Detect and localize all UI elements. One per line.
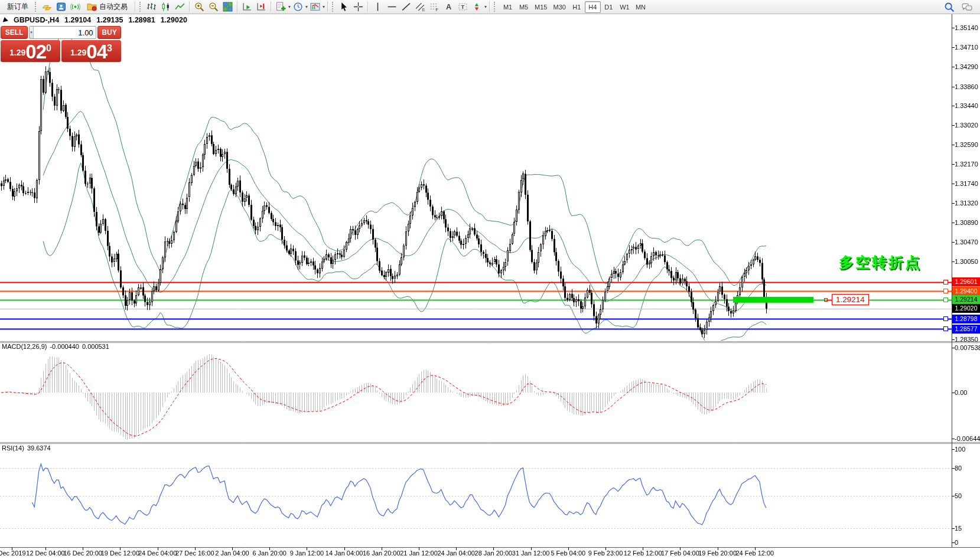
timeframe-M30[interactable]: M30 bbox=[550, 1, 568, 13]
cursor-arrow-icon bbox=[3, 17, 9, 23]
time-axis-label: 16 Dec 20:00 bbox=[63, 550, 102, 557]
new-chart-dropdown[interactable]: ▾ bbox=[274, 1, 291, 13]
toolbar-separator bbox=[189, 1, 190, 12]
gold-bars-icon[interactable] bbox=[40, 1, 54, 13]
search-icon[interactable] bbox=[942, 1, 956, 13]
price-axis-tick: 1.33020 bbox=[955, 122, 978, 129]
horizontal-line-icon[interactable] bbox=[385, 1, 399, 13]
macd-axis-tick: -0.006446 bbox=[955, 435, 980, 442]
navigator-icon[interactable] bbox=[54, 1, 68, 13]
buy-price-display[interactable]: 1.29043 bbox=[61, 40, 121, 62]
volume-input[interactable] bbox=[34, 27, 96, 38]
crosshair-icon[interactable] bbox=[351, 1, 365, 13]
timeframe-H4[interactable]: H4 bbox=[585, 1, 601, 13]
sell-price-big: 02 bbox=[25, 42, 46, 61]
price-callout-label: 1.29214 bbox=[832, 294, 869, 305]
time-axis-label: 27 Dec 16:00 bbox=[175, 550, 214, 557]
sell-button[interactable]: SELL bbox=[1, 26, 28, 39]
tile-windows-icon[interactable] bbox=[220, 1, 235, 13]
price-axis-tick: 1.33440 bbox=[955, 102, 978, 109]
time-axis-label: 19 Dec 12:00 bbox=[101, 550, 139, 557]
price-axis-tick: 1.30470 bbox=[955, 238, 978, 246]
chat-icon[interactable] bbox=[960, 1, 974, 13]
price-axis-tick: 1.30050 bbox=[955, 258, 978, 265]
fibonacci-retracement-icon[interactable]: F bbox=[427, 1, 441, 13]
price-line-badge: 1.28798 bbox=[952, 315, 980, 323]
chart-canvas[interactable] bbox=[0, 14, 980, 559]
timeframe-D1[interactable]: D1 bbox=[601, 1, 617, 13]
svg-text:E: E bbox=[422, 8, 425, 12]
timeframe-W1[interactable]: W1 bbox=[617, 1, 633, 13]
rsi-axis-tick: 50 bbox=[955, 492, 962, 499]
time-axis-label: 31 Jan 12:00 bbox=[512, 550, 550, 557]
volume-decrease-button[interactable]: ▼ bbox=[30, 27, 34, 38]
buy-button[interactable]: BUY bbox=[97, 26, 121, 39]
price-axis-tick: 1.33860 bbox=[955, 83, 978, 90]
rsi-axis-tick: 80 bbox=[955, 465, 962, 472]
time-axis-label: 24 Jan 04:00 bbox=[437, 550, 475, 557]
time-axis-label: 17 Feb 04:00 bbox=[661, 550, 699, 557]
price-axis-tick: 1.31740 bbox=[955, 180, 978, 187]
ohlc-open: 1.29104 bbox=[64, 16, 91, 24]
rsi-axis-tick: 15 bbox=[955, 525, 962, 532]
price-line-badge: 1.29020 bbox=[952, 304, 980, 313]
time-axis-label: 9 Jan 12:00 bbox=[290, 550, 324, 557]
toolbar-grip[interactable] bbox=[494, 2, 496, 12]
autotrading-label: 自动交易 bbox=[99, 2, 128, 12]
line-chart-icon[interactable] bbox=[172, 1, 187, 13]
time-axis-label: 12 Feb 12:00 bbox=[624, 550, 662, 557]
timeframe-MN[interactable]: MN bbox=[633, 1, 649, 13]
cursor-icon[interactable] bbox=[337, 1, 351, 13]
arrows-icon bbox=[470, 1, 484, 13]
svg-text:A: A bbox=[445, 2, 451, 11]
time-axis-label: 12 Dec 04:00 bbox=[26, 550, 64, 557]
timeframe-M1[interactable]: M1 bbox=[500, 1, 516, 13]
rsi-name: RSI(14) bbox=[2, 444, 24, 452]
ohlc-low: 1.28981 bbox=[128, 16, 155, 24]
chevron-down-icon: ▾ bbox=[484, 4, 487, 9]
vertical-line-icon[interactable] bbox=[370, 1, 385, 13]
svg-text:T: T bbox=[461, 4, 464, 10]
toolbar-grip[interactable] bbox=[332, 2, 334, 12]
macd-axis-tick: 0.00 bbox=[955, 389, 967, 396]
trendline-icon[interactable] bbox=[399, 1, 413, 13]
auto-scroll-icon[interactable] bbox=[240, 1, 254, 13]
candlestick-chart-icon[interactable] bbox=[158, 1, 172, 13]
zoom-in-icon[interactable] bbox=[192, 1, 206, 13]
mt4-window: 新订单 自动交易 ▾ ▾ ▾ E F bbox=[0, 0, 980, 559]
time-axis-label: 21 Jan 12:00 bbox=[400, 550, 438, 557]
macd-signal-value: 0.000531 bbox=[82, 343, 109, 350]
new-order-button[interactable]: 新订单 bbox=[2, 1, 33, 13]
bar-chart-icon[interactable] bbox=[144, 1, 158, 13]
chart-shift-icon[interactable] bbox=[254, 1, 268, 13]
equidistant-channel-icon[interactable]: E bbox=[413, 1, 427, 13]
timeframe-H1[interactable]: H1 bbox=[569, 1, 585, 13]
macd-name: MACD(12,26,9) bbox=[2, 343, 47, 350]
periods-dropdown[interactable]: ▾ bbox=[291, 1, 308, 13]
arrows-dropdown[interactable]: ▾ bbox=[470, 1, 487, 13]
price-axis-tick: 1.32170 bbox=[955, 161, 978, 168]
templates-dropdown[interactable]: ▾ bbox=[308, 1, 325, 13]
toolbar-grip[interactable] bbox=[139, 2, 141, 12]
time-axis-label: 14 Jan 04:00 bbox=[325, 550, 363, 557]
time-axis-label: 5 Feb 04:00 bbox=[551, 550, 585, 557]
zoom-out-icon[interactable] bbox=[206, 1, 220, 13]
price-axis-tick: 1.35140 bbox=[955, 24, 978, 31]
timeframe-M5[interactable]: M5 bbox=[516, 1, 532, 13]
toolbar-grip[interactable] bbox=[35, 2, 37, 12]
rsi-value: 39.6374 bbox=[27, 444, 51, 452]
text-icon[interactable]: A bbox=[441, 1, 455, 13]
symbol-period: GBPUSD-,H4 bbox=[14, 16, 59, 24]
rsi-axis-tick: 100 bbox=[955, 446, 965, 453]
timeframe-M15[interactable]: M15 bbox=[532, 1, 550, 13]
time-axis-label: 24 Feb 12:00 bbox=[735, 550, 774, 557]
chart-annotation-text: 多空转折点 bbox=[839, 253, 922, 272]
time-axis-label: 28 Jan 20:00 bbox=[475, 550, 513, 557]
one-click-trading-panel: SELL ▼ ▲ BUY 1.29020 1.29043 bbox=[1, 26, 121, 62]
toolbar-separator bbox=[271, 1, 271, 12]
text-label-icon[interactable]: T bbox=[455, 1, 470, 13]
signals-icon[interactable] bbox=[68, 1, 82, 13]
macd-main-value: -0.000440 bbox=[50, 343, 79, 350]
sell-price-display[interactable]: 1.29020 bbox=[1, 40, 60, 62]
autotrading-button[interactable]: 自动交易 bbox=[82, 1, 132, 13]
